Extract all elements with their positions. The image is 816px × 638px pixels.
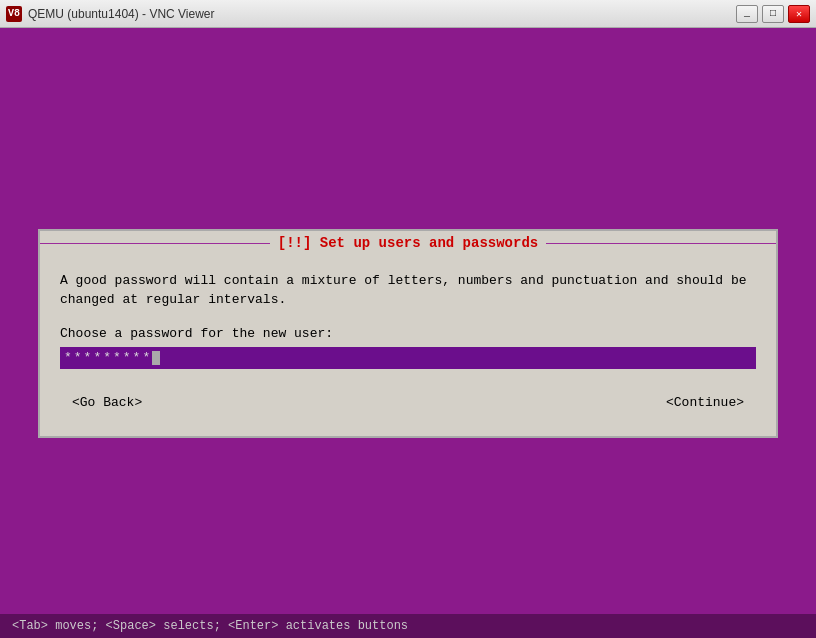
- dialog-buttons: <Go Back> <Continue>: [60, 389, 756, 420]
- continue-button[interactable]: <Continue>: [662, 393, 748, 412]
- description-line2: changed at regular intervals.: [60, 292, 286, 307]
- password-dots: *********: [64, 350, 152, 365]
- password-input-container[interactable]: *********: [60, 347, 756, 369]
- status-bar: <Tab> moves; <Space> selects; <Enter> ac…: [0, 614, 816, 638]
- title-bar-left: V8 QEMU (ubuntu1404) - VNC Viewer: [6, 6, 215, 22]
- window-controls: _ □ ✕: [736, 5, 810, 23]
- dialog-box: [!!] Set up users and passwords A good p…: [38, 229, 778, 438]
- password-cursor: [152, 351, 160, 365]
- go-back-button[interactable]: <Go Back>: [68, 393, 146, 412]
- window-title: QEMU (ubuntu1404) - VNC Viewer: [28, 7, 215, 21]
- status-text: <Tab> moves; <Space> selects; <Enter> ac…: [12, 619, 408, 633]
- maximize-button[interactable]: □: [762, 5, 784, 23]
- app-icon: V8: [6, 6, 22, 22]
- dialog-title-bar: [!!] Set up users and passwords: [40, 231, 776, 255]
- password-label: Choose a password for the new user:: [60, 326, 756, 341]
- close-button[interactable]: ✕: [788, 5, 810, 23]
- minimize-button[interactable]: _: [736, 5, 758, 23]
- dialog-description: A good password will contain a mixture o…: [60, 271, 756, 310]
- title-bar: V8 QEMU (ubuntu1404) - VNC Viewer _ □ ✕: [0, 0, 816, 28]
- dialog-title: [!!] Set up users and passwords: [270, 235, 546, 251]
- description-line1: A good password will contain a mixture o…: [60, 273, 747, 288]
- main-area: [!!] Set up users and passwords A good p…: [0, 28, 816, 638]
- dialog-content: A good password will contain a mixture o…: [40, 255, 776, 436]
